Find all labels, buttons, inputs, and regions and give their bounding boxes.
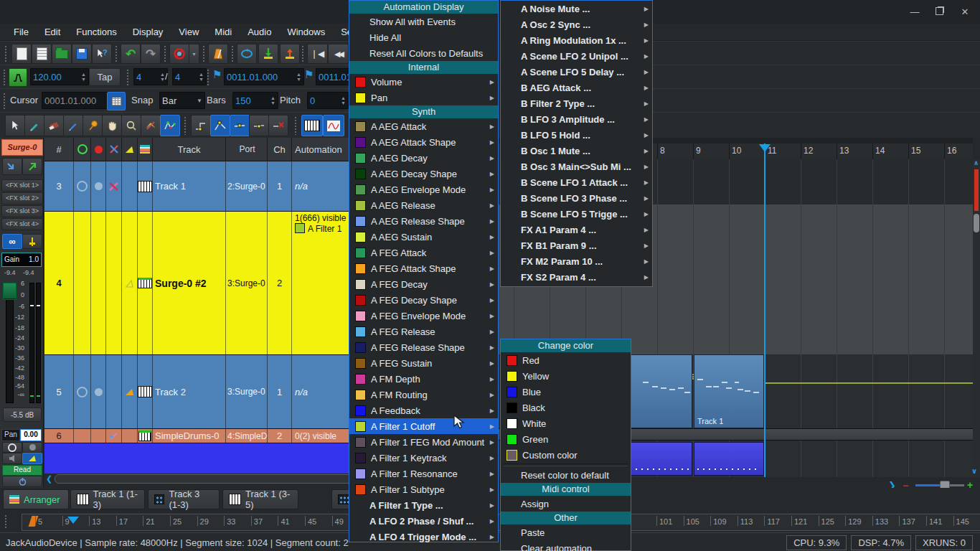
menu-item-yellow[interactable]: Yellow <box>501 368 631 384</box>
menu-item-a-aeg-sustain[interactable]: A AEG Sustain▶ <box>349 229 498 245</box>
tab-track1-a[interactable]: Track 1 (1-3) <box>70 489 145 509</box>
playhead-marker[interactable] <box>759 144 771 152</box>
dot-icon[interactable] <box>91 161 106 211</box>
menu-item-a-aeg-decay-shape[interactable]: A AEG Decay Shape▶ <box>349 166 498 182</box>
mute-button[interactable] <box>2 453 22 464</box>
save-session-button[interactable] <box>72 44 92 64</box>
tempo-spinbox[interactable]: 120.00 ▲▼ <box>30 68 89 85</box>
tab-arranger[interactable]: Arranger <box>3 489 69 509</box>
header-record-icon[interactable] <box>74 138 91 161</box>
timesig-numerator-spinbox[interactable]: 4▲▼ <box>133 68 168 85</box>
automation-read-button[interactable]: Read <box>2 465 42 476</box>
toolbar-grip[interactable] <box>3 69 6 86</box>
toolbar-grip[interactable] <box>126 69 130 86</box>
menu-item-assign[interactable]: Assign <box>501 496 631 512</box>
menu-item-a-feg-sustain[interactable]: A FEG Sustain▶ <box>349 355 498 371</box>
header-port[interactable]: Port <box>226 138 268 161</box>
menu-item-b-lfo-3-amplitude[interactable]: B LFO 3 Amplitude ...▶ <box>501 111 652 127</box>
minimize-icon[interactable]: — <box>908 6 921 19</box>
automation-tool-button[interactable] <box>160 115 180 136</box>
monitor-button[interactable] <box>22 453 42 464</box>
track-row-3[interactable]: 3 Track 1 2:Surge-0 1 n/a <box>44 161 370 212</box>
scroll-left-icon[interactable]: ❮ <box>46 474 52 484</box>
menu-item-a-feedback[interactable]: A Feedback▶ <box>349 402 498 418</box>
record-mode-button[interactable] <box>169 44 189 64</box>
menu-item-a-aeg-attack-shape[interactable]: A AEG Attack Shape▶ <box>349 134 498 150</box>
redo-button[interactable]: ↷ <box>141 44 161 64</box>
menu-item-b-aeg-attack[interactable]: B AEG Attack ...▶ <box>501 80 652 95</box>
midi-clip-track1[interactable]: Track 1 <box>694 354 764 428</box>
mute-icon[interactable] <box>106 161 122 211</box>
menu-item-a-feg-release-shape[interactable]: A FEG Release Shape▶ <box>349 339 498 355</box>
undo-button[interactable]: ↶ <box>121 44 141 64</box>
menu-item-b-scene-lfo-3-phase[interactable]: B Scene LFO 3 Phase ...▶ <box>501 190 652 206</box>
menu-item-reset-all-colors-to-defaults[interactable]: Reset All Colors to Defaults <box>349 45 498 61</box>
new-session-button[interactable] <box>11 44 32 64</box>
timesig-denominator-spinbox[interactable]: 4▲▼ <box>172 68 207 85</box>
tap-tempo-button[interactable]: Tap <box>89 68 121 86</box>
toolbar-grip[interactable] <box>207 69 210 86</box>
menu-item-a-osc-2-sync[interactable]: A Osc 2 Sync ...▶ <box>501 17 652 32</box>
menu-item-show-all-with-events[interactable]: Show All with Events <box>349 14 498 29</box>
toolbar-grip[interactable] <box>164 45 167 62</box>
snap-dropdown[interactable]: Bar ▼ <box>159 92 205 109</box>
spinner-arrows-icon[interactable]: ▲▼ <box>341 95 346 105</box>
pan-value[interactable]: 0.00 <box>20 429 42 441</box>
cursor-field[interactable]: 0001.01.000 <box>42 92 109 109</box>
fx-slot-4[interactable]: <FX slot 4> <box>1 218 43 230</box>
menu-item-a-filter-1-keytrack[interactable]: A Filter 1 Keytrack▶ <box>349 450 498 466</box>
menubar-item-file[interactable]: File <box>6 24 37 41</box>
menubar-item-windows[interactable]: Windows <box>279 24 333 41</box>
menu-item-a-aeg-envelope-mode[interactable]: A AEG Envelope Mode▶ <box>349 182 498 197</box>
scrollbar-track[interactable] <box>55 474 369 484</box>
header-ch[interactable]: Ch <box>268 138 292 161</box>
pin-tool-button[interactable] <box>83 115 103 136</box>
select-tool-button[interactable] <box>5 115 25 136</box>
menu-item-a-aeg-attack[interactable]: A AEG Attack▶ <box>349 118 498 134</box>
track-row-5[interactable]: 5 Track 2 3:Surge-0 1 n/a <box>44 355 370 429</box>
dot-icon[interactable] <box>91 355 106 428</box>
menubar-item-edit[interactable]: Edit <box>37 24 68 41</box>
automation-discrete-mode-button[interactable] <box>249 115 269 136</box>
fx-slot-1[interactable]: <FX slot 1> <box>1 179 43 192</box>
punch-in-button[interactable] <box>258 44 278 64</box>
spinner-arrows-icon[interactable]: ▲▼ <box>199 72 204 82</box>
erase-tool-button[interactable] <box>44 115 64 136</box>
menubar-item-view[interactable]: View <box>171 24 207 41</box>
toolbar-grip[interactable] <box>184 116 187 135</box>
monitor-icon[interactable] <box>122 355 138 428</box>
punch-out-button[interactable] <box>280 44 300 64</box>
automation-node-mode-button[interactable] <box>230 115 250 136</box>
menu-item-a-ring-modulation-1x[interactable]: A Ring Modulation 1x ...▶ <box>501 32 652 48</box>
grid-toggle-button[interactable] <box>107 92 126 110</box>
header-monitor-icon[interactable] <box>122 138 138 161</box>
automation-view-button[interactable] <box>323 115 344 136</box>
open-session-button[interactable] <box>52 44 72 64</box>
fx-slot-2[interactable]: <FX slot 2> <box>1 192 43 204</box>
scrollbar-thumb-red[interactable] <box>974 169 979 211</box>
gain-display[interactable]: Gain 1.0 <box>1 253 42 267</box>
hand-tool-button[interactable] <box>102 115 122 136</box>
tab-track1-b[interactable]: Track 1 (3-5) <box>222 489 298 509</box>
menu-item-a-filter-1-feg-mod-amount[interactable]: A Filter 1 FEG Mod Amount▶ <box>349 434 498 450</box>
menu-item-a-feg-envelope-mode[interactable]: A FEG Envelope Mode▶ <box>349 308 498 324</box>
mixer-track-title[interactable]: Surge-0 #2 <box>1 139 43 156</box>
metronome-button[interactable] <box>208 44 228 64</box>
record-ring-icon[interactable] <box>74 355 91 428</box>
menu-item-blue[interactable]: Blue <box>501 384 631 400</box>
menu-item-a-filter-1-cutoff[interactable]: A Filter 1 Cutoff▶ <box>349 418 498 434</box>
spinner-arrows-icon[interactable]: ▲▼ <box>296 72 301 82</box>
menu-item-b-osc-1-mute[interactable]: B Osc 1 Mute ...▶ <box>501 143 652 159</box>
menu-item-fx-b1-param-9[interactable]: FX B1 Param 9 ...▶ <box>501 237 652 253</box>
menu-item-fx-a1-param-4[interactable]: FX A1 Param 4 ...▶ <box>501 222 652 237</box>
insert-sends-button[interactable] <box>22 234 42 249</box>
gain-db-button[interactable]: -5.5 dB <box>3 408 42 422</box>
rewind-start-button[interactable]: ❘◀ <box>307 44 328 64</box>
menu-item-volume[interactable]: Volume▶ <box>349 74 498 90</box>
automation-linear-mode-button[interactable] <box>210 115 230 136</box>
scroll-up-icon[interactable]: ∧ <box>974 159 979 166</box>
draw-tool-button[interactable] <box>24 115 44 136</box>
menu-item-a-scene-lfo-5-delay[interactable]: A Scene LFO 5 Delay ...▶ <box>501 64 652 80</box>
menu-item-a-filter-1-resonance[interactable]: A Filter 1 Resonance▶ <box>349 466 498 481</box>
menu-item-b-lfo-5-hold[interactable]: B LFO 5 Hold ...▶ <box>501 127 652 143</box>
